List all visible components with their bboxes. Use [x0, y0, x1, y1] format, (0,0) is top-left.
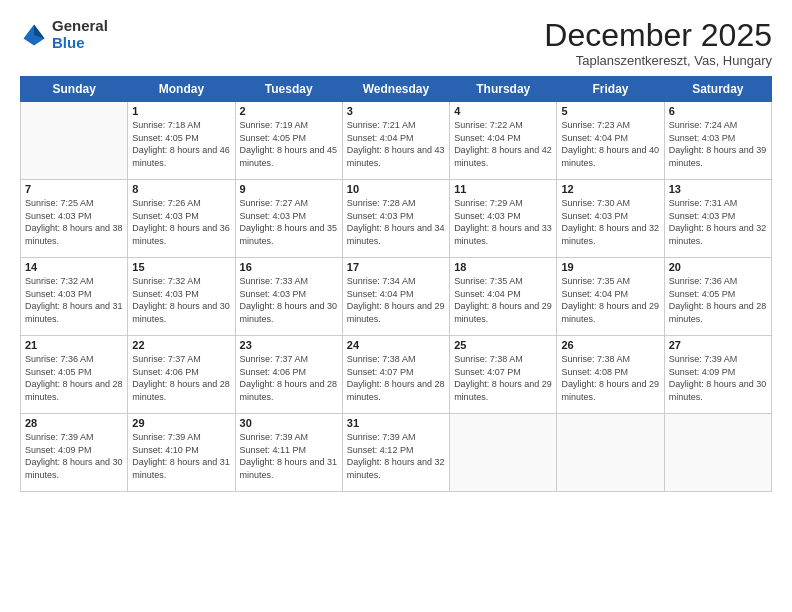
table-row: 1Sunrise: 7:18 AMSunset: 4:05 PMDaylight… [128, 102, 235, 180]
table-row: 13Sunrise: 7:31 AMSunset: 4:03 PMDayligh… [664, 180, 771, 258]
page: General Blue December 2025 Taplanszentke… [0, 0, 792, 612]
calendar-header-row: Sunday Monday Tuesday Wednesday Thursday… [21, 77, 772, 102]
day-number: 4 [454, 105, 552, 117]
table-row: 16Sunrise: 7:33 AMSunset: 4:03 PMDayligh… [235, 258, 342, 336]
day-number: 25 [454, 339, 552, 351]
table-row: 21Sunrise: 7:36 AMSunset: 4:05 PMDayligh… [21, 336, 128, 414]
day-info: Sunrise: 7:37 AMSunset: 4:06 PMDaylight:… [132, 353, 230, 403]
calendar-week-row: 7Sunrise: 7:25 AMSunset: 4:03 PMDaylight… [21, 180, 772, 258]
table-row: 31Sunrise: 7:39 AMSunset: 4:12 PMDayligh… [342, 414, 449, 492]
day-info: Sunrise: 7:32 AMSunset: 4:03 PMDaylight:… [25, 275, 123, 325]
day-info: Sunrise: 7:34 AMSunset: 4:04 PMDaylight:… [347, 275, 445, 325]
day-number: 7 [25, 183, 123, 195]
day-info: Sunrise: 7:39 AMSunset: 4:09 PMDaylight:… [669, 353, 767, 403]
table-row [664, 414, 771, 492]
table-row: 3Sunrise: 7:21 AMSunset: 4:04 PMDaylight… [342, 102, 449, 180]
day-info: Sunrise: 7:38 AMSunset: 4:07 PMDaylight:… [454, 353, 552, 403]
day-info: Sunrise: 7:36 AMSunset: 4:05 PMDaylight:… [25, 353, 123, 403]
table-row: 17Sunrise: 7:34 AMSunset: 4:04 PMDayligh… [342, 258, 449, 336]
day-number: 22 [132, 339, 230, 351]
day-number: 29 [132, 417, 230, 429]
day-number: 15 [132, 261, 230, 273]
table-row: 7Sunrise: 7:25 AMSunset: 4:03 PMDaylight… [21, 180, 128, 258]
day-number: 31 [347, 417, 445, 429]
table-row: 25Sunrise: 7:38 AMSunset: 4:07 PMDayligh… [450, 336, 557, 414]
day-info: Sunrise: 7:39 AMSunset: 4:12 PMDaylight:… [347, 431, 445, 481]
day-number: 6 [669, 105, 767, 117]
day-number: 5 [561, 105, 659, 117]
day-info: Sunrise: 7:25 AMSunset: 4:03 PMDaylight:… [25, 197, 123, 247]
logo-text: General Blue [52, 18, 108, 51]
table-row: 15Sunrise: 7:32 AMSunset: 4:03 PMDayligh… [128, 258, 235, 336]
day-number: 21 [25, 339, 123, 351]
table-row: 10Sunrise: 7:28 AMSunset: 4:03 PMDayligh… [342, 180, 449, 258]
day-number: 28 [25, 417, 123, 429]
day-number: 12 [561, 183, 659, 195]
col-monday: Monday [128, 77, 235, 102]
table-row: 29Sunrise: 7:39 AMSunset: 4:10 PMDayligh… [128, 414, 235, 492]
day-info: Sunrise: 7:37 AMSunset: 4:06 PMDaylight:… [240, 353, 338, 403]
table-row [21, 102, 128, 180]
col-sunday: Sunday [21, 77, 128, 102]
col-wednesday: Wednesday [342, 77, 449, 102]
table-row: 4Sunrise: 7:22 AMSunset: 4:04 PMDaylight… [450, 102, 557, 180]
day-info: Sunrise: 7:19 AMSunset: 4:05 PMDaylight:… [240, 119, 338, 169]
day-info: Sunrise: 7:39 AMSunset: 4:09 PMDaylight:… [25, 431, 123, 481]
day-number: 8 [132, 183, 230, 195]
table-row: 23Sunrise: 7:37 AMSunset: 4:06 PMDayligh… [235, 336, 342, 414]
table-row: 9Sunrise: 7:27 AMSunset: 4:03 PMDaylight… [235, 180, 342, 258]
day-info: Sunrise: 7:21 AMSunset: 4:04 PMDaylight:… [347, 119, 445, 169]
day-number: 1 [132, 105, 230, 117]
day-info: Sunrise: 7:33 AMSunset: 4:03 PMDaylight:… [240, 275, 338, 325]
table-row: 5Sunrise: 7:23 AMSunset: 4:04 PMDaylight… [557, 102, 664, 180]
day-info: Sunrise: 7:18 AMSunset: 4:05 PMDaylight:… [132, 119, 230, 169]
col-tuesday: Tuesday [235, 77, 342, 102]
day-number: 20 [669, 261, 767, 273]
day-info: Sunrise: 7:39 AMSunset: 4:10 PMDaylight:… [132, 431, 230, 481]
table-row [557, 414, 664, 492]
day-info: Sunrise: 7:27 AMSunset: 4:03 PMDaylight:… [240, 197, 338, 247]
day-number: 24 [347, 339, 445, 351]
day-info: Sunrise: 7:28 AMSunset: 4:03 PMDaylight:… [347, 197, 445, 247]
title-block: December 2025 Taplanszentkereszt, Vas, H… [544, 18, 772, 68]
day-info: Sunrise: 7:29 AMSunset: 4:03 PMDaylight:… [454, 197, 552, 247]
day-info: Sunrise: 7:39 AMSunset: 4:11 PMDaylight:… [240, 431, 338, 481]
calendar-week-row: 21Sunrise: 7:36 AMSunset: 4:05 PMDayligh… [21, 336, 772, 414]
day-info: Sunrise: 7:38 AMSunset: 4:08 PMDaylight:… [561, 353, 659, 403]
logo: General Blue [20, 18, 108, 51]
table-row: 20Sunrise: 7:36 AMSunset: 4:05 PMDayligh… [664, 258, 771, 336]
table-row: 30Sunrise: 7:39 AMSunset: 4:11 PMDayligh… [235, 414, 342, 492]
table-row: 28Sunrise: 7:39 AMSunset: 4:09 PMDayligh… [21, 414, 128, 492]
day-info: Sunrise: 7:30 AMSunset: 4:03 PMDaylight:… [561, 197, 659, 247]
table-row [450, 414, 557, 492]
table-row: 8Sunrise: 7:26 AMSunset: 4:03 PMDaylight… [128, 180, 235, 258]
day-info: Sunrise: 7:35 AMSunset: 4:04 PMDaylight:… [454, 275, 552, 325]
day-number: 23 [240, 339, 338, 351]
day-number: 26 [561, 339, 659, 351]
day-info: Sunrise: 7:35 AMSunset: 4:04 PMDaylight:… [561, 275, 659, 325]
day-number: 2 [240, 105, 338, 117]
calendar-week-row: 1Sunrise: 7:18 AMSunset: 4:05 PMDaylight… [21, 102, 772, 180]
table-row: 14Sunrise: 7:32 AMSunset: 4:03 PMDayligh… [21, 258, 128, 336]
day-number: 3 [347, 105, 445, 117]
table-row: 26Sunrise: 7:38 AMSunset: 4:08 PMDayligh… [557, 336, 664, 414]
day-number: 19 [561, 261, 659, 273]
day-number: 27 [669, 339, 767, 351]
location-label: Taplanszentkereszt, Vas, Hungary [544, 53, 772, 68]
day-info: Sunrise: 7:22 AMSunset: 4:04 PMDaylight:… [454, 119, 552, 169]
day-number: 14 [25, 261, 123, 273]
day-info: Sunrise: 7:24 AMSunset: 4:03 PMDaylight:… [669, 119, 767, 169]
day-info: Sunrise: 7:36 AMSunset: 4:05 PMDaylight:… [669, 275, 767, 325]
day-number: 10 [347, 183, 445, 195]
table-row: 27Sunrise: 7:39 AMSunset: 4:09 PMDayligh… [664, 336, 771, 414]
day-number: 9 [240, 183, 338, 195]
table-row: 2Sunrise: 7:19 AMSunset: 4:05 PMDaylight… [235, 102, 342, 180]
table-row: 12Sunrise: 7:30 AMSunset: 4:03 PMDayligh… [557, 180, 664, 258]
table-row: 6Sunrise: 7:24 AMSunset: 4:03 PMDaylight… [664, 102, 771, 180]
calendar-week-row: 14Sunrise: 7:32 AMSunset: 4:03 PMDayligh… [21, 258, 772, 336]
day-number: 13 [669, 183, 767, 195]
logo-general-label: General [52, 18, 108, 35]
col-thursday: Thursday [450, 77, 557, 102]
logo-icon [20, 21, 48, 49]
logo-blue-label: Blue [52, 35, 108, 52]
